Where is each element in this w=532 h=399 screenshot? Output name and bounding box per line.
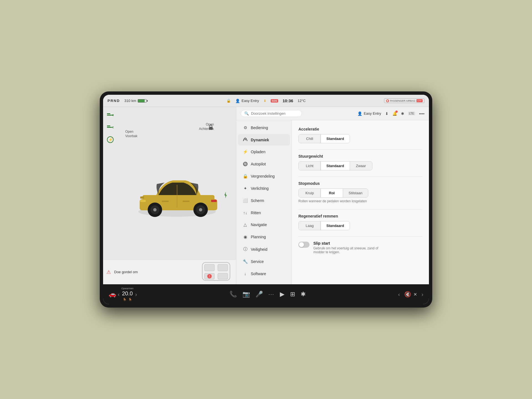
warning-strip: ⚠ Doe gordel om bbox=[103, 259, 236, 284]
stopmodus-kruip[interactable]: Kruip bbox=[299, 189, 321, 197]
easy-entry-header[interactable]: 👤 Easy Entry bbox=[357, 111, 381, 116]
download-icon-header[interactable]: ⬇ bbox=[385, 111, 388, 116]
menu-item-ritten[interactable]: ↑↓ Ritten bbox=[238, 207, 290, 218]
bluetooth-taskbar-icon[interactable]: ✱ bbox=[301, 291, 306, 298]
menu-item-verlichting[interactable]: ✦ Verlichting bbox=[238, 183, 290, 194]
camera-icon[interactable]: 📷 bbox=[242, 291, 250, 298]
svg-marker-12 bbox=[224, 192, 227, 198]
svg-rect-23 bbox=[140, 196, 144, 199]
menu-icon-verlichting: ✦ bbox=[242, 186, 248, 191]
menu-icon-bediening: ⚙ bbox=[242, 125, 248, 130]
svg-rect-27 bbox=[183, 201, 190, 202]
passenger-airbag-indicator: ⭕ PASSENGER AIRBAG OFF bbox=[384, 98, 424, 103]
temperature-display: 12°C bbox=[298, 99, 306, 103]
seat-icons: 🪑 🪑 bbox=[123, 298, 132, 301]
stopmodus-rol[interactable]: Rol bbox=[321, 189, 343, 197]
person-icon: 👤 bbox=[235, 99, 240, 103]
taskbar-left: 🚗 ‹ Opwarmen 20.0 🪑 🪑 › bbox=[109, 287, 137, 301]
taskbar: 🚗 ‹ Opwarmen 20.0 🪑 🪑 › 📞 📷 bbox=[103, 284, 429, 304]
mute-icon[interactable]: 🔇 bbox=[404, 291, 411, 298]
search-icon: 🔍 bbox=[244, 111, 249, 116]
stopmodus-section: Stopmodus Kruip Rol Stilstaan Rollen wan… bbox=[298, 181, 422, 203]
menu-label-dynamiek: Dynamiek bbox=[251, 138, 269, 142]
stopmodus-stilstaan[interactable]: Stilstaan bbox=[343, 189, 368, 197]
right-panel: 🔍 👤 Easy Entry ⬇ 🔔 ✱ bbox=[236, 107, 429, 284]
download-icon: ⬇ bbox=[264, 99, 266, 103]
dots-menu[interactable]: ··· bbox=[268, 291, 274, 297]
slip-start-row: Slip start Gebruik om het voertuig uit s… bbox=[298, 241, 422, 254]
regeneratief-standaard[interactable]: Standaard bbox=[321, 221, 350, 230]
menu-label-bediening: Bediening bbox=[251, 126, 268, 130]
menu-item-navigatie[interactable]: △ Navigatie bbox=[238, 219, 290, 231]
sidebar-icon-wipers[interactable] bbox=[106, 123, 115, 132]
menu-item-veiligheid[interactable]: ⓘ Veiligheid bbox=[238, 243, 290, 255]
open-voorbak-label[interactable]: Open Voorbak bbox=[125, 130, 137, 138]
svg-rect-25 bbox=[211, 200, 217, 202]
menu-item-dynamiek[interactable]: Dynamiek bbox=[238, 134, 290, 145]
taskbar-car-icon[interactable]: 🚗 bbox=[109, 291, 116, 298]
divider-3 bbox=[298, 209, 422, 209]
menu-icon-veiligheid: ⓘ bbox=[242, 247, 248, 252]
menu-item-autopilot[interactable]: 🔘 Autopilot bbox=[238, 158, 290, 170]
lock-door-icon[interactable] bbox=[208, 124, 213, 131]
taskbar-temp-label: Opwarmen bbox=[121, 287, 134, 290]
seat-icon-1: 🪑 bbox=[123, 298, 127, 301]
taskbar-right: ‹ 🔇 ✕ › bbox=[398, 291, 423, 298]
warning-text: Doe gordel om bbox=[114, 270, 138, 274]
battery-bar bbox=[138, 99, 147, 103]
menu-icon-planning: ◉ bbox=[242, 234, 248, 239]
stuurgewicht-standaard[interactable]: Standaard bbox=[321, 162, 350, 170]
status-right: ⭕ PASSENGER AIRBAG OFF bbox=[384, 98, 424, 103]
menu-item-service[interactable]: 🔧 Service bbox=[238, 256, 290, 267]
acceleratie-title: Acceleratie bbox=[298, 127, 422, 131]
search-box[interactable]: 🔍 bbox=[241, 110, 302, 117]
menu-item-software[interactable]: ↓ Software bbox=[238, 268, 290, 279]
sidebar-icon-lights[interactable] bbox=[106, 111, 115, 120]
svg-text:⚡: ⚡ bbox=[108, 137, 113, 142]
settings-menu: ⚙ Bediening Dynamiek ⚡ Opladen bbox=[236, 120, 292, 284]
phone-btn-container: 📞 bbox=[229, 291, 237, 298]
menu-item-opladen[interactable]: ⚡ Opladen bbox=[238, 146, 290, 158]
menu-label-scherm: Scherm bbox=[251, 198, 264, 203]
menu-icon-dynamiek bbox=[242, 137, 248, 142]
header-right: 👤 Easy Entry ⬇ 🔔 ✱ LTE ▪▪▪▪ bbox=[357, 111, 424, 116]
status-center: 🔒 👤 Easy Entry ⬇ SOS 10:36 12°C bbox=[226, 98, 306, 103]
lte-indicator: LTE bbox=[408, 112, 415, 115]
taskbar-forward-nav[interactable]: › bbox=[421, 291, 423, 298]
menu-icon-navigatie: △ bbox=[242, 222, 248, 227]
media-icon[interactable]: ▶ bbox=[280, 291, 285, 298]
settings-body: ⚙ Bediening Dynamiek ⚡ Opladen bbox=[236, 120, 429, 284]
divider-1 bbox=[298, 149, 422, 150]
taskbar-prev-temp[interactable]: ‹ bbox=[118, 291, 120, 298]
stopmodus-options: Kruip Rol Stilstaan bbox=[298, 188, 368, 198]
menu-item-planning[interactable]: ◉ Planning bbox=[238, 231, 290, 243]
notification-badge bbox=[395, 111, 398, 113]
slip-start-toggle[interactable] bbox=[298, 242, 310, 248]
stuurgewicht-licht[interactable]: Licht bbox=[299, 162, 321, 170]
taskbar-next-temp[interactable]: › bbox=[135, 291, 137, 298]
phone-icon[interactable]: 📞 bbox=[229, 291, 237, 298]
grid-icon[interactable]: ⊞ bbox=[290, 291, 295, 298]
menu-label-service: Service bbox=[251, 259, 264, 264]
search-input[interactable] bbox=[251, 111, 298, 116]
svg-line-8 bbox=[111, 127, 114, 128]
acceleratie-standaard[interactable]: Standaard bbox=[321, 134, 350, 143]
regeneratief-title: Regeneratief remmen bbox=[298, 214, 422, 218]
airbag-label: PASSENGER AIRBAG bbox=[390, 99, 415, 102]
stuurgewicht-section: Stuurgewicht Licht Standaard Zwaar bbox=[298, 154, 422, 170]
menu-item-scherm[interactable]: ⬜ Scherm bbox=[238, 195, 290, 206]
voice-icon[interactable]: 🎤 bbox=[255, 291, 263, 298]
acceleratie-chill[interactable]: Chill bbox=[299, 134, 321, 143]
bluetooth-icon[interactable]: ✱ bbox=[401, 111, 404, 116]
seat-icon-2: 🪑 bbox=[128, 298, 132, 301]
menu-item-bediening[interactable]: ⚙ Bediening bbox=[238, 122, 290, 134]
taskbar-back-nav[interactable]: ‹ bbox=[398, 291, 400, 298]
menu-item-vergrendeling[interactable]: 🔒 Vergrendeling bbox=[238, 170, 290, 182]
easy-entry-status[interactable]: 👤 Easy Entry bbox=[235, 99, 259, 103]
sidebar-icon-charge[interactable]: ⚡ bbox=[106, 135, 115, 144]
range-indicator: 310 km bbox=[124, 99, 147, 103]
stuurgewicht-zwaar[interactable]: Zwaar bbox=[350, 162, 372, 170]
svg-rect-30 bbox=[218, 264, 228, 271]
svg-rect-32 bbox=[218, 273, 228, 279]
regeneratief-laag[interactable]: Laag bbox=[299, 221, 321, 230]
